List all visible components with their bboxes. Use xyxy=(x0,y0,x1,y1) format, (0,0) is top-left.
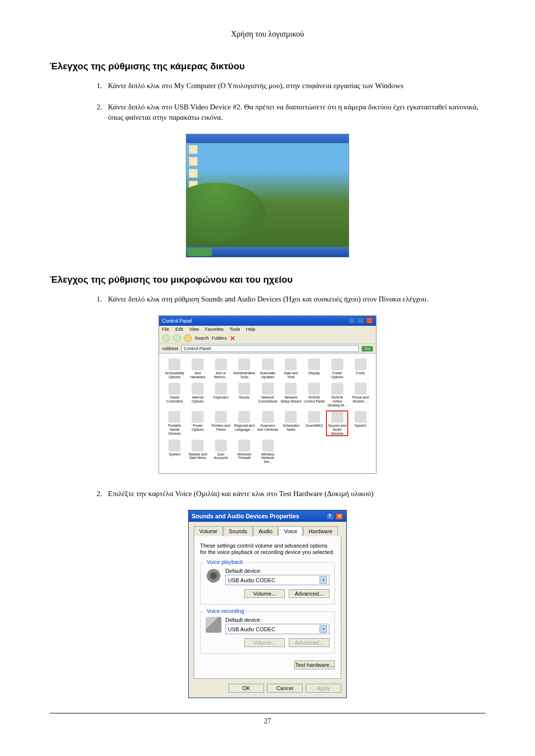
section1-step-1: Κάντε διπλό κλικ στο My Computer (Ο Υπολ… xyxy=(104,81,485,91)
address-field: Control Panel xyxy=(181,345,359,352)
snd-panel: These settings control volume and advanc… xyxy=(194,536,341,679)
cp-item-icon xyxy=(355,411,367,423)
cancel-button[interactable]: Cancel xyxy=(267,684,303,693)
cp-item-label: Administrative Tools xyxy=(233,371,255,379)
cp-window-title: Control Panel xyxy=(162,318,192,324)
playback-device-select[interactable]: USB Audio CODEC ▾ xyxy=(225,575,329,585)
test-hardware-button[interactable]: Test hardware... xyxy=(294,660,335,669)
cp-item-icon xyxy=(192,358,204,370)
cp-item: NVIDIA Control Panel xyxy=(304,383,325,407)
cp-item-icon xyxy=(285,411,297,423)
cp-item-label: NVIDIA Control Panel xyxy=(304,396,325,403)
cp-item: Scanners and Cameras xyxy=(257,411,278,435)
address-label: Address xyxy=(162,346,178,351)
cp-icon-grid: Accessibility OptionsAdd HardwareAdd or … xyxy=(159,353,376,469)
voice-recording-legend: Voice recording xyxy=(205,608,246,614)
cp-item-icon xyxy=(238,440,250,452)
go-button: Go xyxy=(362,346,373,352)
cp-item: Automatic Updates xyxy=(257,358,278,379)
cp-item: NVIDIA nView Desktop M... xyxy=(326,383,348,407)
cp-item-label: Add Hardware xyxy=(187,371,209,379)
cp-item-label: Wireless Network Set... xyxy=(257,453,278,464)
toolbar-folders: Folders xyxy=(212,336,227,341)
voice-playback-group: Voice playback Default device: USB Audio… xyxy=(200,562,335,605)
maximize-icon xyxy=(357,317,364,324)
cp-item: Portable Media Devices xyxy=(164,411,185,435)
cp-item-label: Accessibility Options xyxy=(164,371,185,379)
cp-item-label: Speech xyxy=(350,424,371,428)
cp-item-label: Mouse xyxy=(233,396,255,400)
section1-step-2: Κάντε διπλό κλικ στο USB Video Device #2… xyxy=(104,102,485,123)
playback-device-value: USB Audio CODEC xyxy=(228,577,275,583)
menu-edit: Edit xyxy=(175,327,183,332)
cp-item-label: Internet Options xyxy=(187,396,209,403)
delete-icon: ✕ xyxy=(230,335,235,342)
tab-voice: Voice xyxy=(278,526,303,536)
speaker-icon xyxy=(206,568,221,584)
cp-item-icon xyxy=(192,440,204,452)
recording-device-select[interactable]: USB Audio CODEC ▾ xyxy=(225,624,329,634)
cp-item-label: Taskbar and Start Menu xyxy=(187,453,209,460)
cp-item-icon xyxy=(262,411,274,423)
voice-recording-group: Voice recording Default device: USB Audi… xyxy=(200,611,335,654)
cp-item-icon xyxy=(215,440,227,452)
desktop-icon xyxy=(189,145,198,154)
cp-item-label: Automatic Updates xyxy=(257,371,278,379)
cp-item: Add or Remov... xyxy=(211,358,232,379)
cp-item: Speech xyxy=(350,411,371,435)
cp-item: Fonts xyxy=(350,358,371,379)
tab-hardware: Hardware xyxy=(303,526,338,536)
cp-item: Network Connections xyxy=(257,383,278,407)
menu-tools: Tools xyxy=(229,327,240,332)
snd-window-title: Sounds and Audio Devices Properties xyxy=(192,513,299,520)
cp-item: Windows Firewall xyxy=(233,440,255,464)
cp-item-label: Folder Options xyxy=(326,371,348,379)
help-icon: ? xyxy=(326,513,334,520)
cp-item-label: Fonts xyxy=(350,371,371,375)
tab-audio: Audio xyxy=(253,526,278,536)
page-number: 27 xyxy=(50,717,485,725)
menu-help: Help xyxy=(246,327,256,332)
cp-item-label: Phone and Modem ... xyxy=(350,396,371,403)
cp-item-label: Windows Firewall xyxy=(233,453,255,460)
snd-titlebar: Sounds and Audio Devices Properties ? ✕ xyxy=(189,510,346,522)
cp-item: Folder Options xyxy=(326,358,348,379)
cp-item-icon xyxy=(308,358,320,370)
cp-addressbar: Address Control Panel Go xyxy=(159,344,376,353)
playback-advanced-button[interactable]: Advanced... xyxy=(289,589,329,598)
cp-item: System xyxy=(164,440,185,464)
cp-titlebar: Control Panel xyxy=(159,316,376,326)
cp-item-label: User Accounts xyxy=(211,453,232,460)
cp-item: SoundMAX xyxy=(304,411,325,435)
section2-step-2: Επιλέξτε την καρτέλα Voice (Ομιλία) και … xyxy=(104,489,485,499)
recording-volume-button: Volume... xyxy=(244,638,285,647)
playback-volume-button[interactable]: Volume... xyxy=(244,589,285,598)
cp-item-icon xyxy=(168,383,180,395)
ok-button[interactable]: OK xyxy=(228,684,264,693)
cp-toolbar: Search Folders ✕ xyxy=(159,333,376,344)
cp-item-label: NVIDIA nView Desktop M... xyxy=(326,396,348,407)
cp-item-icon xyxy=(262,440,274,452)
minimize-icon xyxy=(348,317,355,324)
cp-item: Add Hardware xyxy=(187,358,209,379)
cp-item-icon xyxy=(331,383,343,395)
cp-item-label: Printers and Faxes xyxy=(211,424,232,431)
toolbar-search: Search xyxy=(195,336,209,341)
bliss-hill xyxy=(186,183,266,242)
menu-favorites: Favorites xyxy=(205,327,223,332)
cp-item-label: Network Setup Wizard xyxy=(280,396,302,403)
playback-default-label: Default device: xyxy=(225,568,329,574)
close-icon xyxy=(366,317,373,324)
cp-item-label: Add or Remov... xyxy=(211,371,232,379)
cp-item: User Accounts xyxy=(211,440,232,464)
start-button xyxy=(187,248,212,256)
section1-title: Έλεγχος της ρύθμισης της κάμερας δικτύου xyxy=(50,61,485,72)
cp-item: Internet Options xyxy=(187,383,209,407)
cp-item-label: Date and Time xyxy=(280,371,302,379)
desktop-icon xyxy=(189,169,198,178)
cp-item: Game Controllers xyxy=(164,383,185,407)
cp-item: Wireless Network Set... xyxy=(257,440,278,464)
cp-item-label: Sounds and Audio Devices xyxy=(326,424,348,435)
cp-item: Printers and Faxes xyxy=(211,411,232,435)
cp-item-icon xyxy=(238,383,250,395)
